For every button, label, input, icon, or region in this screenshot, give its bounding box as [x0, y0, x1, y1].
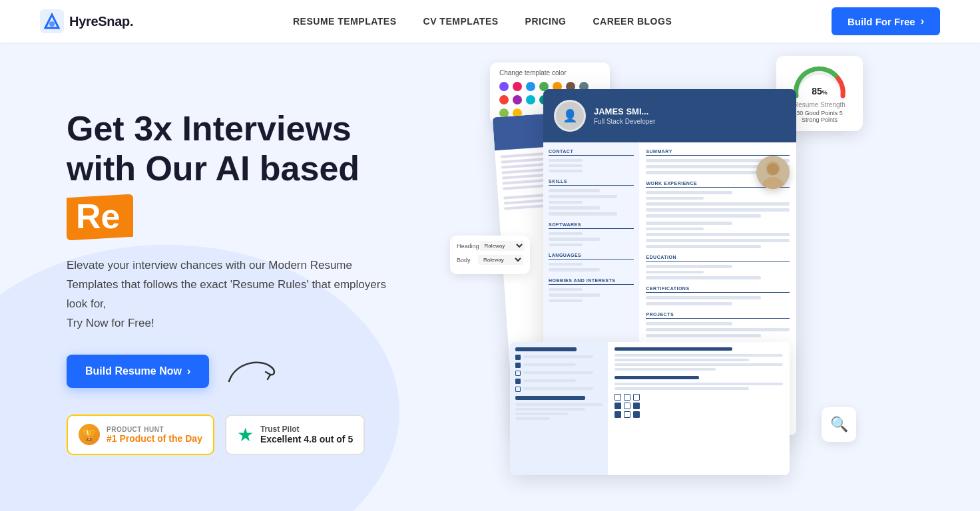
svg-point-6	[767, 163, 779, 175]
build-for-free-button[interactable]: Build For Free ›	[832, 7, 940, 35]
nav-resume-templates[interactable]: RESUME TEMPLATES	[293, 16, 397, 27]
product-hunt-badge: 🏆 PRODUCT HUNT #1 Product of the Day	[67, 415, 214, 455]
resume-bottom-right	[608, 342, 790, 475]
nav-career-blogs[interactable]: CAREER BLOGS	[593, 16, 672, 27]
trustpilot-badge: ★ Trust Pilot Excellent 4.8 out of 5	[225, 415, 365, 455]
checkbox-grid-row2	[614, 403, 783, 409]
svg-point-2	[49, 21, 55, 27]
font-body-row: Body Raleway Open Sans	[457, 255, 523, 265]
product-hunt-text: PRODUCT HUNT #1 Product of the Day	[107, 426, 202, 444]
trustpilot-text: Trust Pilot Excellent 4.8 out of 5	[260, 425, 353, 444]
resume-header: 👤 JAMES SMI... Full Stack Developer	[543, 89, 796, 142]
check-row	[515, 355, 603, 360]
hero-badges: 🏆 PRODUCT HUNT #1 Product of the Day ★ T…	[67, 415, 386, 455]
projects-section: PROJECTS	[646, 312, 790, 337]
resume-card-bottom	[510, 342, 790, 475]
resume-bottom-left	[510, 342, 608, 475]
resume-name-block: JAMES SMI... Full Stack Developer	[594, 106, 655, 125]
softwares-section: SOFTWARES	[549, 222, 634, 246]
work-experience-section: WORK EXPERIENCE	[646, 181, 790, 248]
arrow-doodle-icon	[222, 355, 282, 388]
check-row	[515, 363, 603, 368]
checkbox-filled	[614, 403, 621, 409]
check-row	[515, 371, 603, 376]
resume-mockup: Change template color	[503, 69, 810, 455]
color-dot[interactable]	[513, 95, 522, 104]
font-heading-row: Heading Raleway Open Sans	[457, 241, 523, 251]
color-dot[interactable]	[513, 82, 522, 91]
color-dot[interactable]	[499, 95, 509, 104]
resume-strength-gauge: 85%	[790, 64, 850, 97]
brand-name: HyreSnap.	[69, 14, 133, 29]
checkbox-grid	[614, 394, 783, 401]
product-hunt-icon: 🏆	[79, 424, 100, 445]
checkbox-unchecked	[515, 387, 521, 392]
font-panel: Heading Raleway Open Sans Body Raleway O…	[450, 236, 530, 274]
font-body-select[interactable]: Raleway Open Sans	[478, 255, 523, 265]
hero-right: Change template color	[386, 83, 927, 455]
trustpilot-star-icon: ★	[237, 424, 254, 446]
navbar: HyreSnap. RESUME TEMPLATES CV TEMPLATES …	[0, 0, 980, 43]
checkbox	[633, 394, 640, 401]
nav-pricing[interactable]: PRICING	[525, 16, 567, 27]
avatar-image	[756, 156, 790, 189]
color-dot[interactable]	[499, 82, 509, 91]
languages-section: LANGUAGES	[549, 253, 634, 271]
checkbox	[624, 403, 630, 409]
education-section: EDUCATION	[646, 255, 790, 279]
svg-text:85%: 85%	[812, 86, 828, 96]
hobbies-section: HOBBIES AND INTERESTS	[549, 278, 634, 302]
checkbox-filled	[633, 403, 640, 409]
checkbox-unchecked	[515, 371, 521, 376]
nav-links: RESUME TEMPLATES CV TEMPLATES PRICING CA…	[293, 15, 672, 27]
checkbox	[614, 394, 621, 401]
font-heading-select[interactable]: Raleway Open Sans	[479, 241, 525, 251]
checkbox-checked	[515, 363, 521, 368]
color-dot[interactable]	[526, 82, 535, 91]
build-resume-now-button[interactable]: Build Resume Now ›	[67, 355, 209, 388]
color-dot[interactable]	[526, 95, 535, 104]
checkbox-checked	[515, 355, 521, 360]
contact-section: CONTACT	[549, 149, 634, 172]
brand-logo[interactable]: HyreSnap.	[40, 9, 133, 33]
checkbox-filled	[614, 411, 621, 418]
logo-icon	[40, 9, 64, 33]
nav-cv-templates[interactable]: CV TEMPLATES	[423, 16, 499, 27]
check-row	[515, 387, 603, 392]
skills-section: SKILLS	[549, 179, 634, 216]
hero-title: Get 3x Interviews with Our AI based Re	[67, 109, 386, 240]
checkbox-filled	[633, 411, 640, 418]
checkbox-checked	[515, 379, 521, 384]
checkbox	[624, 394, 630, 401]
hero-cta-row: Build Resume Now ›	[67, 355, 386, 388]
check-row	[515, 379, 603, 384]
floating-avatar	[756, 156, 790, 189]
checkbox	[624, 411, 630, 418]
search-float-button[interactable]: 🔍	[822, 407, 856, 442]
hero-subtitle: Elevate your interview chances with our …	[67, 256, 386, 333]
resume-avatar: 👤	[554, 100, 586, 132]
nav-cta-arrow-icon: ›	[921, 15, 924, 27]
hero-title-highlight: Re	[67, 194, 133, 241]
hero-left: Get 3x Interviews with Our AI based Re E…	[67, 83, 386, 455]
hero-section: Get 3x Interviews with Our AI based Re E…	[0, 43, 980, 511]
checkbox-grid-row3	[614, 411, 783, 418]
certifications-section: CERTIFICATIONS	[646, 286, 790, 305]
